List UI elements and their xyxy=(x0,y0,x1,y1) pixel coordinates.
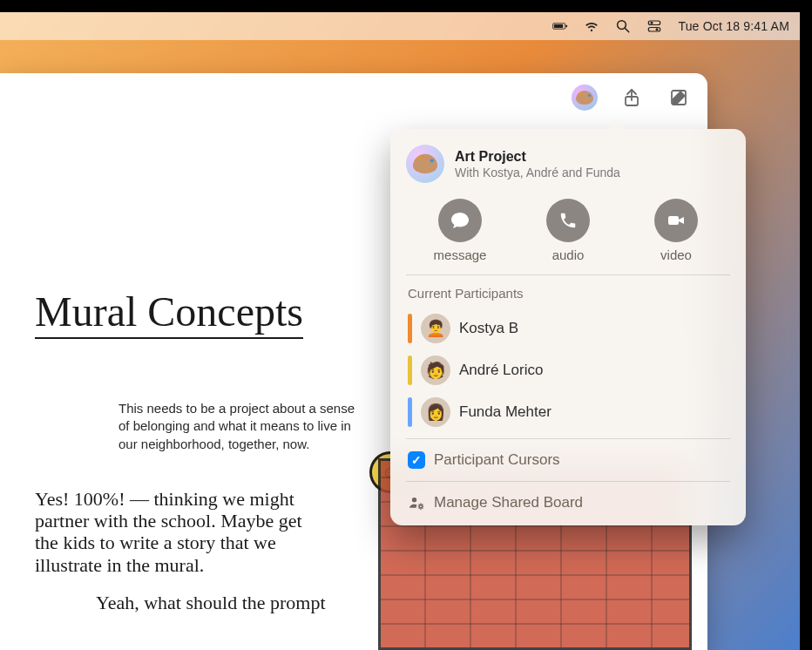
manage-shared-board-button[interactable]: Manage Shared Board xyxy=(406,487,730,517)
divider xyxy=(406,481,730,482)
control-center-icon[interactable] xyxy=(646,18,662,34)
participant-row[interactable]: 🧑André Lorico xyxy=(406,349,730,391)
share-icon xyxy=(621,87,642,108)
window-toolbar xyxy=(0,73,707,122)
collaborate-button[interactable] xyxy=(572,85,598,111)
message-label: message xyxy=(434,247,487,262)
video-label: video xyxy=(660,247,692,262)
compose-button[interactable] xyxy=(666,85,692,111)
collaboration-popover: Art Project With Kostya, André and Funda… xyxy=(390,129,746,525)
spotlight-search-icon[interactable] xyxy=(615,18,631,34)
compose-icon xyxy=(668,87,689,108)
popover-subtitle: With Kostya, André and Funda xyxy=(455,166,620,179)
video-button[interactable]: video xyxy=(628,199,724,262)
participant-cursors-label: Participant Cursors xyxy=(434,451,560,469)
svg-line-4 xyxy=(626,28,630,32)
handwritten-note-2: Yeah, what should the prompt xyxy=(96,592,375,614)
people-gear-icon xyxy=(408,494,425,511)
menu-bar: Tue Oct 18 9:41 AM xyxy=(0,12,800,40)
divider xyxy=(406,438,730,439)
board-title-handwriting: Mural Concepts xyxy=(35,288,303,339)
message-button[interactable]: message xyxy=(412,199,508,262)
svg-point-12 xyxy=(412,498,416,502)
popover-title: Art Project xyxy=(455,149,620,165)
participants-list: 🧑‍🦱Kostya B🧑André Lorico👩Funda Mehter xyxy=(406,308,730,433)
participant-row[interactable]: 👩Funda Mehter xyxy=(406,391,730,433)
device-bezel-right xyxy=(800,0,812,650)
participant-name: Funda Mehter xyxy=(459,403,551,421)
board-description-text: This needs to be a project about a sense… xyxy=(118,400,362,453)
participant-avatar: 👩 xyxy=(421,397,450,427)
svg-rect-5 xyxy=(649,21,661,25)
communication-row: message audio video xyxy=(406,195,730,275)
handwritten-note-1: Yes! 100%! — thinking we might partner w… xyxy=(35,488,314,576)
participant-color-bar xyxy=(408,355,412,385)
participant-name: Kostya B xyxy=(459,320,518,337)
participant-avatar: 🧑 xyxy=(421,355,450,385)
audio-button[interactable]: audio xyxy=(520,199,616,262)
popover-header: Art Project With Kostya, André and Funda xyxy=(406,145,730,183)
palette-icon xyxy=(413,154,437,173)
video-icon xyxy=(654,199,698,242)
palette-icon xyxy=(576,91,593,105)
menu-bar-clock[interactable]: Tue Oct 18 9:41 AM xyxy=(678,19,789,33)
svg-rect-1 xyxy=(554,24,563,28)
participant-avatar: 🧑‍🦱 xyxy=(421,314,450,343)
participants-section-label: Current Participants xyxy=(408,286,730,301)
participant-color-bar xyxy=(408,397,412,427)
device-bezel-top xyxy=(0,0,812,12)
manage-shared-board-label: Manage Shared Board xyxy=(434,494,583,511)
project-avatar xyxy=(406,145,444,183)
participant-name: André Lorico xyxy=(459,362,543,379)
svg-point-8 xyxy=(656,28,659,30)
audio-label: audio xyxy=(552,247,585,262)
message-icon xyxy=(438,199,482,242)
svg-rect-7 xyxy=(649,28,661,32)
svg-rect-2 xyxy=(566,25,568,28)
svg-point-6 xyxy=(651,22,653,24)
participant-cursors-toggle[interactable]: ✓ Participant Cursors xyxy=(406,444,730,476)
participant-row[interactable]: 🧑‍🦱Kostya B xyxy=(406,308,730,349)
checkbox-checked-icon: ✓ xyxy=(408,451,425,469)
share-button[interactable] xyxy=(619,85,645,111)
svg-rect-11 xyxy=(668,216,679,225)
phone-icon xyxy=(546,199,590,242)
wifi-icon[interactable] xyxy=(584,18,599,34)
participant-color-bar xyxy=(408,314,412,343)
battery-icon[interactable] xyxy=(552,18,568,34)
